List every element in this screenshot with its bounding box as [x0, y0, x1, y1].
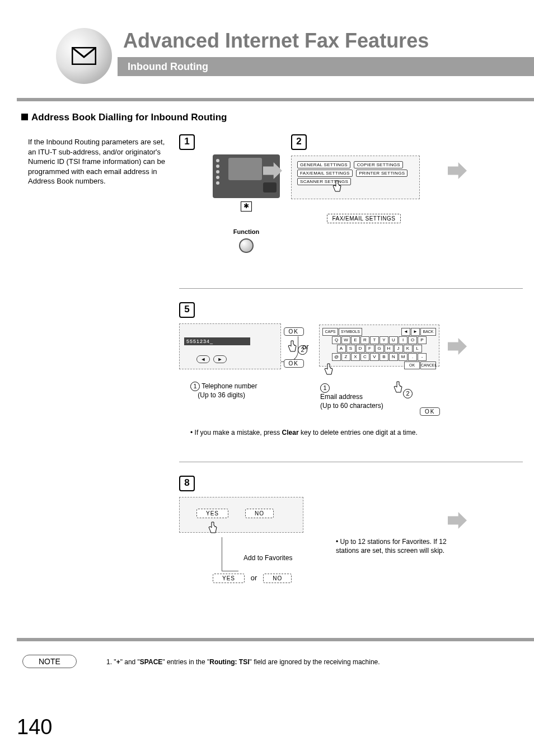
key-h: H — [385, 345, 394, 353]
asterisk-key-icon: ✱ — [241, 201, 252, 212]
divider-line — [179, 462, 523, 462]
hand-pointer-icon — [322, 363, 334, 377]
mistake-note: • If you make a mistake, press Clear key… — [190, 428, 418, 438]
note-text: 1. "+" and "SPACE" entries in the "Routi… — [106, 658, 380, 666]
key-v: V — [370, 353, 379, 361]
hand-pointer-icon — [286, 340, 297, 354]
menu-general: GENERAL SETTINGS — [297, 161, 350, 168]
step-marker-1: 1 — [190, 382, 200, 391]
or-label: or — [302, 342, 309, 351]
email-caption: 1 Email address (Up to 60 characters) — [320, 383, 383, 410]
key-a: A — [337, 345, 346, 353]
settings-menu-screen: GENERAL SETTINGS COPIER SETTINGS FAX/EMA… — [291, 156, 420, 199]
favorites-yes-no-row: YES or NO — [213, 574, 292, 583]
page-title: Advanced Internet Fax Features — [123, 29, 429, 53]
key-x: X — [351, 353, 360, 361]
page-number: 140 — [17, 715, 52, 739]
no-button: NO — [245, 509, 274, 518]
page-subtitle: Inbound Routing — [118, 57, 534, 76]
key-.: . — [408, 353, 417, 361]
ok-button: OK — [420, 407, 440, 416]
key-e: E — [351, 336, 360, 344]
favorites-limit-note: • Up to 12 stations for Favorites. If 12… — [336, 537, 448, 555]
menu-scanner: SCANNER SETTINGS — [297, 178, 351, 185]
step-marker-1: 1 — [320, 383, 330, 393]
step-number-2: 2 — [291, 134, 307, 150]
yes-button: YES — [196, 509, 228, 518]
page-header: Advanced Internet Fax Features Inbound R… — [39, 22, 500, 90]
key-n: N — [389, 353, 398, 361]
key-d: D — [356, 345, 365, 353]
key-c: C — [360, 353, 369, 361]
arrow-right-icon — [448, 512, 467, 529]
yes-button: YES — [213, 574, 245, 583]
arrow-right-icon — [448, 162, 467, 179]
key-k: K — [404, 345, 413, 353]
hand-pointer-icon — [331, 180, 342, 194]
key-j: J — [394, 345, 403, 353]
ok-button: OK — [284, 359, 304, 368]
section-heading: Address Book Dialling for Inbound Routin… — [21, 112, 227, 123]
accent-line-top — [17, 98, 534, 101]
no-button: NO — [263, 574, 292, 583]
key-l: L — [413, 345, 422, 353]
key-left-icon: ◄ — [401, 328, 410, 336]
key-caps: CAPS — [322, 328, 338, 336]
menu-copier: COPIER SETTINGS — [354, 161, 402, 168]
menu-printer: PRINTER SETTINGS — [356, 170, 407, 177]
step-number-1: 1 — [179, 134, 195, 150]
key-cancel: CANCEL — [420, 361, 436, 369]
step-marker-2: 2 — [403, 389, 413, 398]
key-z: Z — [341, 353, 350, 361]
key-g: G — [375, 345, 384, 353]
ok-button: OK — [284, 327, 304, 336]
key-symbols: SYMBOLS — [339, 328, 362, 336]
bullet-square-icon — [21, 114, 28, 120]
favorites-caption: Add to Favorites — [243, 554, 292, 562]
right-arrow-key-icon: ► — [213, 355, 227, 363]
hand-pointer-icon — [392, 381, 403, 395]
key-ok: OK — [404, 361, 420, 369]
intro-paragraph: If the Inbound Routing parameters are se… — [28, 137, 165, 186]
function-key-label: Function — [179, 228, 313, 235]
control-panel-illustration — [213, 154, 280, 198]
divider-line — [179, 288, 523, 289]
step-number-8: 8 — [179, 476, 195, 491]
key-r: R — [360, 336, 369, 344]
selected-faxemail-settings: FAX/EMAIL SETTINGS — [327, 214, 400, 223]
telephone-caption: 1 Telephone number (Up to 36 digits) — [190, 382, 257, 400]
telephone-entry-value: 5551234_ — [184, 337, 250, 345]
key--: - — [418, 353, 427, 361]
connector-line — [222, 537, 222, 571]
key-o: O — [408, 336, 417, 344]
accent-line-bottom — [17, 638, 534, 641]
key-w: W — [341, 336, 350, 344]
key-y: Y — [380, 336, 388, 344]
telephone-entry-screen: 5551234_ ◄ ► OK 2 OK — [179, 323, 281, 369]
onscreen-keyboard: CAPS SYMBOLS ◄ ► BACK QWERTYUIOP ASDFGHJ… — [319, 325, 439, 367]
envelope-icon — [72, 47, 96, 65]
hand-pointer-icon — [207, 521, 218, 536]
key-f: F — [366, 345, 374, 353]
key-b: B — [380, 353, 388, 361]
key-@: @ — [332, 353, 341, 361]
menu-faxemail: FAX/EMAIL SETTINGS — [297, 170, 353, 177]
step-2: 2 GENERAL SETTINGS COPIER SETTINGS FAX/E… — [291, 134, 437, 223]
key-backspace: BACK — [420, 328, 436, 336]
key-m: M — [399, 353, 407, 361]
favorites-prompt-screen: YES NO — [179, 497, 303, 533]
note-label: NOTE — [22, 655, 77, 668]
left-arrow-key-icon: ◄ — [196, 355, 210, 363]
step-number-5: 5 — [179, 302, 195, 318]
round-button-icon — [239, 238, 254, 253]
key-p: P — [418, 336, 427, 344]
key-u: U — [389, 336, 398, 344]
connector-line — [222, 571, 238, 571]
step-8: 8 YES NO — [179, 476, 347, 533]
key-i: I — [399, 336, 407, 344]
header-icon-circle — [56, 28, 112, 84]
key-t: T — [370, 336, 379, 344]
key-q: Q — [332, 336, 341, 344]
key-right-icon: ► — [411, 328, 420, 336]
key-s: S — [346, 345, 355, 353]
